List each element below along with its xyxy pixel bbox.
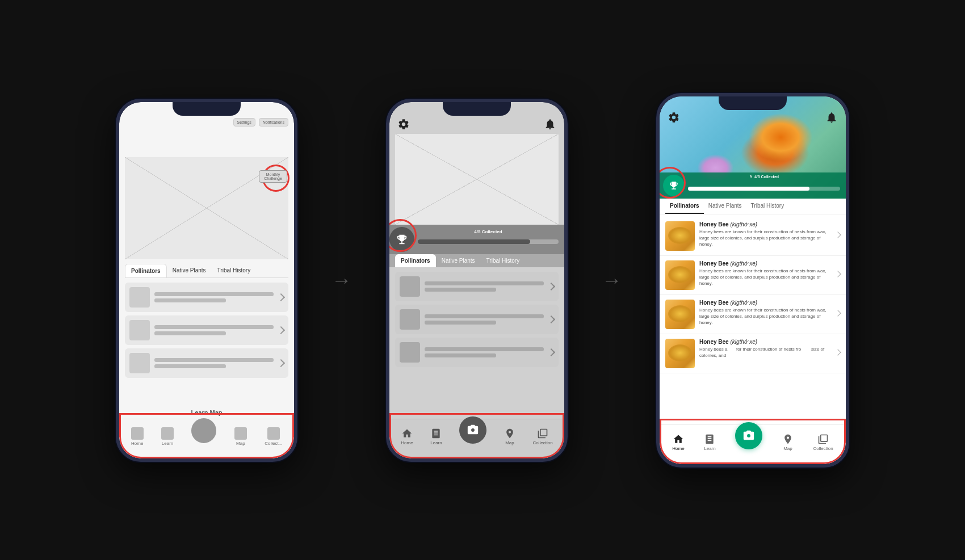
trophy-button[interactable] xyxy=(389,227,414,252)
chevron-final-1 xyxy=(834,231,841,238)
list-line-short xyxy=(154,298,226,302)
nav-learn-label-2: Learn xyxy=(430,440,442,445)
tab-native-plants-2[interactable]: Native Plants xyxy=(436,254,481,267)
nav-camera-final[interactable] xyxy=(735,435,762,449)
nav-home-2[interactable]: Home xyxy=(401,428,413,445)
tab-tribal-history-final[interactable]: Tribal History xyxy=(746,199,789,214)
nav-home-label: Home xyxy=(131,441,143,446)
tab-pollinators[interactable]: Pollinators xyxy=(125,264,167,277)
gray-list-item-1[interactable] xyxy=(395,272,559,301)
bee-native-name-3: (kigthóⁿxe) xyxy=(730,300,757,306)
phone-2-tabs: Pollinators Native Plants Tribal History xyxy=(389,254,564,267)
gray-line xyxy=(425,314,544,318)
list-lines-2 xyxy=(154,325,274,335)
monthly-challenge-button[interactable]: Monthly Challenge xyxy=(259,170,287,183)
nav-home[interactable]: Home xyxy=(131,427,144,446)
gray-lines-1 xyxy=(425,281,544,292)
bee-desc-3: Honey bees are known for their construct… xyxy=(699,307,831,326)
chevron-icon-1 xyxy=(547,282,555,290)
bee-title-3: Honey Bee (kigthóⁿxe) xyxy=(699,300,831,306)
chevron-final-3 xyxy=(834,310,841,316)
bee-thumb-1 xyxy=(665,221,695,251)
list-item-3[interactable] xyxy=(125,348,288,378)
tab-pollinators-final[interactable]: Pollinators xyxy=(665,199,704,214)
nav-collection-label-final: Collection xyxy=(813,446,833,451)
tab-tribal-history-2[interactable]: Tribal History xyxy=(481,254,526,267)
home-icon-2 xyxy=(401,428,413,439)
nav-home-label-2: Home xyxy=(401,440,413,445)
map-icon xyxy=(234,427,247,440)
notifications-button[interactable]: Notifications xyxy=(259,118,288,127)
phone-1-tabs: Pollinators Native Plants Tribal History xyxy=(125,264,288,278)
gray-line-short xyxy=(425,353,496,357)
phone-3-bottom-nav: Home Learn Map Collection xyxy=(660,424,846,464)
gray-list-item-3[interactable] xyxy=(395,338,559,367)
phone-3-notch xyxy=(719,96,787,110)
list-item-2[interactable] xyxy=(125,315,288,345)
tab-native-plants-final[interactable]: Native Plants xyxy=(704,199,746,214)
final-list-item-2[interactable]: Honey Bee (kigthóⁿxe) Honey bees are kno… xyxy=(660,256,846,295)
list-item-1[interactable] xyxy=(125,283,288,312)
chevron-icon-3 xyxy=(547,348,555,356)
header-icons-final xyxy=(660,111,846,124)
nav-learn[interactable]: Learn xyxy=(161,427,174,446)
nav-map-final[interactable]: Map xyxy=(782,433,794,451)
nav-collection-2[interactable]: Collection xyxy=(533,428,553,445)
nav-map[interactable]: Map xyxy=(234,427,247,446)
nav-collection-final[interactable]: Collection xyxy=(813,433,833,451)
hero-placeholder-2 xyxy=(395,134,559,225)
nav-home-final[interactable]: Home xyxy=(672,433,684,451)
phone-2-list xyxy=(389,267,564,367)
bell-icon[interactable] xyxy=(544,118,556,130)
final-list-item-1[interactable]: Honey Bee (kigthóⁿxe) Honey bees are kno… xyxy=(660,217,846,256)
gray-thumb-2 xyxy=(400,309,420,330)
settings-icon[interactable] xyxy=(397,118,410,130)
collection-icon-2 xyxy=(537,428,548,439)
bee-title-1: Honey Bee (kigthóⁿxe) xyxy=(699,221,831,228)
nav-learn-label: Learn xyxy=(162,441,173,446)
list-lines-1 xyxy=(154,292,274,302)
phone-1-bottom-nav: Home Learn Map Collect... xyxy=(119,419,294,458)
nav-collection[interactable]: Collect... xyxy=(265,427,282,446)
list-thumb-3 xyxy=(129,353,150,373)
nav-map-2[interactable]: Map xyxy=(504,428,515,445)
phone-2-bottom-nav: Home Learn Map Collection xyxy=(389,419,564,458)
list-line xyxy=(154,358,274,362)
list-line xyxy=(154,325,274,329)
list-line xyxy=(154,292,274,296)
nav-learn-2[interactable]: Learn xyxy=(430,428,442,445)
gray-line xyxy=(425,281,544,285)
gray-lines-2 xyxy=(425,314,544,325)
trophy-button-final[interactable] xyxy=(663,175,685,196)
gray-line-short xyxy=(425,321,496,325)
bee-text-1: Honey Bee (kigthóⁿxe) Honey bees are kno… xyxy=(699,221,831,248)
camera-fab-final xyxy=(735,422,762,449)
learn-map-label: Learn Map xyxy=(119,409,294,416)
nav-camera-2[interactable] xyxy=(459,429,486,444)
final-list-item-4[interactable]: Honey Bee (kigthóⁿxe) Honey bees a for t… xyxy=(660,334,846,373)
gray-thumb-1 xyxy=(400,276,420,297)
nav-camera-center[interactable] xyxy=(191,430,216,443)
bee-text-4: Honey Bee (kigthóⁿxe) Honey bees a for t… xyxy=(699,339,831,359)
main-scene: Settings Notifications Monthly Challenge… xyxy=(0,0,965,560)
phone-1: Settings Notifications Monthly Challenge… xyxy=(116,99,297,462)
bell-icon-final[interactable] xyxy=(825,111,838,124)
bee-native-name-4: (kigthóⁿxe) xyxy=(730,339,757,345)
arrow-1: → xyxy=(332,268,352,292)
progress-fill-2 xyxy=(418,239,530,244)
gray-list-item-2[interactable] xyxy=(395,305,559,334)
chevron-right-icon xyxy=(277,359,285,367)
tab-tribal-history[interactable]: Tribal History xyxy=(212,264,257,277)
phone-3-screen: ∧ 4/5 Collected Pollinators Native Plant… xyxy=(660,96,846,464)
nav-learn-final[interactable]: Learn xyxy=(704,433,715,451)
bee-text-2: Honey Bee (kigthóⁿxe) Honey bees are kno… xyxy=(699,260,831,287)
settings-icon-final[interactable] xyxy=(668,111,680,124)
final-list-item-3[interactable]: Honey Bee (kigthóⁿxe) Honey bees are kno… xyxy=(660,295,846,334)
settings-button[interactable]: Settings xyxy=(233,118,255,127)
tab-pollinators-2[interactable]: Pollinators xyxy=(395,254,436,267)
phone-2: 4/5 Collected Pollinators Native Plants … xyxy=(386,99,568,462)
gray-line xyxy=(425,347,544,351)
bee-desc-1: Honey bees are known for their construct… xyxy=(699,229,831,248)
bee-native-name-1: (kigthóⁿxe) xyxy=(730,221,757,228)
tab-native-plants[interactable]: Native Plants xyxy=(167,264,212,277)
